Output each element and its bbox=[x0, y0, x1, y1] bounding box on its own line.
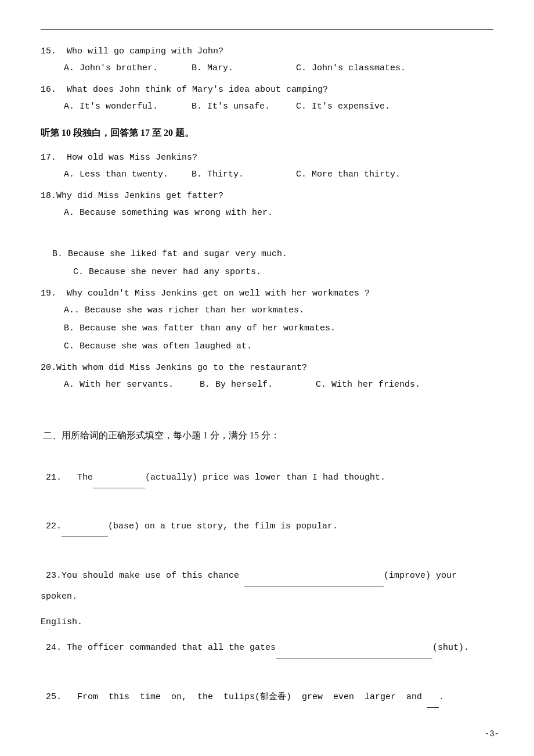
blank-21 bbox=[93, 488, 145, 488]
page-number: -3- bbox=[485, 729, 499, 739]
blank-23 bbox=[244, 565, 384, 586]
option-19a: A.. Because she was richer than her work… bbox=[41, 303, 493, 318]
option-19c: C. Because she was often laughed at. bbox=[41, 339, 493, 354]
option-15a: A. John's brother. bbox=[64, 60, 192, 76]
question-20-text: 20.With whom did Miss Jenkins go to the … bbox=[41, 360, 493, 376]
option-17b: B. Thirty. bbox=[192, 167, 296, 182]
option-18b: B. Because she liked fat and sugar very … bbox=[41, 246, 493, 262]
blank-25 bbox=[427, 686, 439, 708]
blank-24 bbox=[276, 658, 432, 658]
question-16-text: 16. What does John think of Mary's idea … bbox=[41, 82, 493, 98]
spacer8 bbox=[41, 542, 493, 553]
option-19b: B. Because she was fatter than any of he… bbox=[41, 321, 493, 336]
question-25: 25. From this time on, the tulips(郁金香) g… bbox=[41, 686, 493, 708]
question-23-cont: English. bbox=[41, 612, 493, 633]
option-20a: A. With her servants. bbox=[64, 377, 200, 393]
question-19: 19. Why couldn't Miss Jenkins get on wel… bbox=[41, 286, 493, 354]
spacer2 bbox=[41, 235, 493, 246]
spacer10 bbox=[41, 663, 493, 675]
spacer11 bbox=[41, 675, 493, 686]
spacer5 bbox=[41, 456, 493, 467]
option-17a: A. Less than twenty. bbox=[64, 167, 192, 182]
question-17: 17. How old was Miss Jenkins? A. Less th… bbox=[41, 150, 493, 182]
question-16: 16. What does John think of Mary's idea … bbox=[41, 82, 493, 114]
spacer7 bbox=[41, 505, 493, 516]
question-24: 24. The officer commanded that all the g… bbox=[41, 638, 493, 658]
option-16b: B. It's unsafe. bbox=[192, 99, 296, 114]
question-21: 21. The(actually) price was lower than I… bbox=[41, 467, 493, 488]
question-15: 15. Who will go camping with John? A. Jo… bbox=[41, 44, 493, 76]
option-20c: C. With her friends. bbox=[316, 377, 420, 393]
option-15c: C. John's classmates. bbox=[296, 60, 412, 76]
option-20b: B. By herself. bbox=[200, 377, 316, 393]
blank-22 bbox=[62, 537, 108, 537]
option-16a: A. It's wonderful. bbox=[64, 99, 192, 114]
question-22: 22.(base) on a true story, the film is p… bbox=[41, 516, 493, 537]
option-16c: C. It's expensive. bbox=[296, 99, 412, 114]
question-19-text: 19. Why couldn't Miss Jenkins get on wel… bbox=[41, 286, 493, 301]
spacer4 bbox=[41, 410, 493, 422]
spacer3 bbox=[41, 398, 493, 410]
question-20: 20.With whom did Miss Jenkins go to the … bbox=[41, 360, 493, 393]
section-header-fill: 二、用所给词的正确形式填空，每小题 1 分，满分 15 分： bbox=[41, 427, 493, 444]
option-17c: C. More than thirty. bbox=[296, 167, 412, 182]
spacer1 bbox=[41, 223, 493, 235]
option-18c: C. Because she never had any sports. bbox=[41, 264, 493, 280]
question-15-options: A. John's brother. B. Mary. C. John's cl… bbox=[41, 60, 493, 76]
section-header-listening-10: 听第 10 段独白，回答第 17 至 20 题。 bbox=[41, 125, 493, 142]
spacer6 bbox=[41, 493, 493, 505]
question-17-options: A. Less than twenty. B. Thirty. C. More … bbox=[41, 167, 493, 182]
option-18a: A. Because something was wrong with her. bbox=[41, 205, 493, 221]
question-17-text: 17. How old was Miss Jenkins? bbox=[41, 150, 493, 165]
option-15b: B. Mary. bbox=[192, 60, 296, 76]
question-23: 23.You should make use of this chance (i… bbox=[41, 565, 493, 607]
spacer9 bbox=[41, 553, 493, 565]
question-20-options: A. With her servants. B. By herself. C. … bbox=[41, 377, 493, 393]
question-18: 18.Why did Miss Jenkins get fatter? A. B… bbox=[41, 188, 493, 280]
top-divider bbox=[41, 29, 493, 30]
question-18-text: 18.Why did Miss Jenkins get fatter? bbox=[41, 188, 493, 204]
question-16-options: A. It's wonderful. B. It's unsafe. C. It… bbox=[41, 99, 493, 114]
question-15-text: 15. Who will go camping with John? bbox=[41, 44, 493, 59]
